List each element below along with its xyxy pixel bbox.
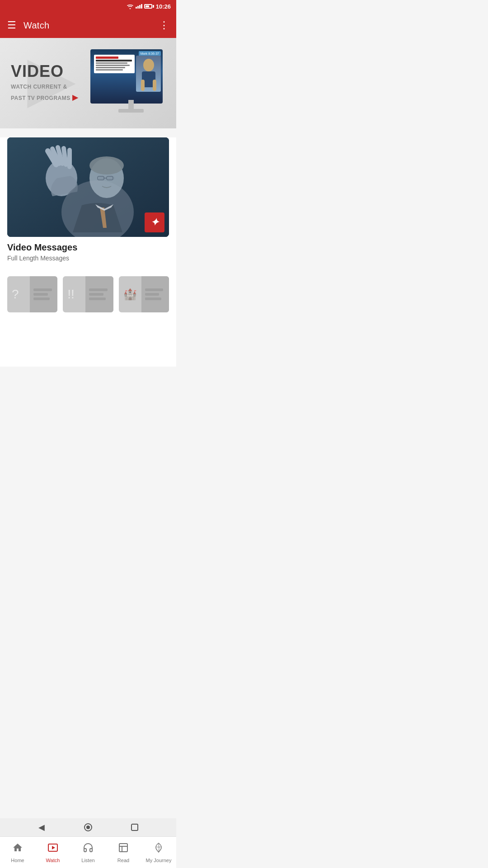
video-thumbnail: ✦ — [7, 137, 169, 237]
mini-card-3[interactable]: 🏰 — [119, 276, 169, 312]
video-title: Video Messages — [7, 242, 169, 253]
brand-symbol: ✦ — [150, 217, 159, 228]
brand-logo: ✦ — [145, 212, 164, 232]
signal-bars — [136, 4, 142, 9]
main-content: ✦ Video Messages Full Length Messages ? … — [0, 137, 176, 367]
mini-card-2[interactable]: !! — [63, 276, 113, 312]
mini-cards-row: ? !! 🏰 — [0, 269, 176, 312]
video-info: Video Messages Full Length Messages — [0, 237, 176, 269]
wifi-icon — [127, 4, 134, 9]
hero-banner[interactable]: ▶ VIDEO WATCH CURRENT & PAST TV PROGRAMS… — [0, 38, 176, 128]
app-bar: ☰ Watch ⋮ — [0, 13, 176, 38]
status-icons: 10:26 — [127, 3, 171, 10]
more-options-icon[interactable]: ⋮ — [159, 19, 169, 31]
video-subtitle: Full Length Messages — [7, 255, 169, 262]
hero-text: VIDEO WATCH CURRENT & PAST TV PROGRAMS ▶ — [0, 54, 176, 112]
mini-card-lines-3 — [141, 276, 169, 312]
svg-point-13 — [89, 156, 124, 175]
status-time: 10:26 — [156, 3, 171, 10]
status-bar: 10:26 — [0, 0, 176, 13]
battery-icon — [144, 4, 154, 9]
menu-icon[interactable]: ☰ — [7, 20, 16, 30]
page-title: Watch — [23, 20, 159, 31]
castle-icon: 🏰 — [123, 288, 137, 301]
mini-card-lines-2 — [85, 276, 113, 312]
hero-title: VIDEO — [11, 63, 165, 80]
video-messages-card[interactable]: ✦ — [7, 137, 169, 237]
alert-icon: !! — [67, 287, 75, 302]
svg-line-9 — [64, 148, 66, 165]
mini-card-1[interactable]: ? — [7, 276, 57, 312]
hero-play-icon: ▶ — [72, 93, 78, 103]
question-icon: ? — [12, 287, 19, 302]
hero-subtitle: WATCH CURRENT & PAST TV PROGRAMS ▶ — [11, 83, 165, 103]
mini-card-lines-1 — [30, 276, 57, 312]
